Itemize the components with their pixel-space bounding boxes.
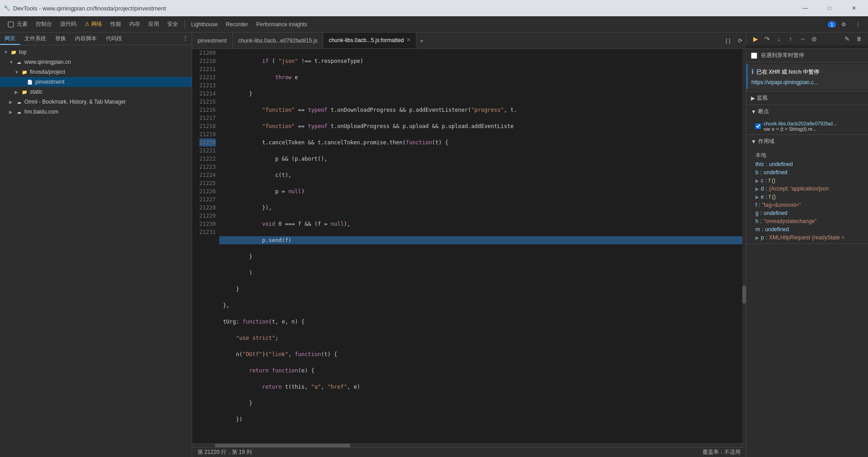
toolbar-application[interactable]: 应用 [145, 19, 163, 30]
toolbar-console[interactable]: 控制台 [32, 19, 56, 30]
tree-label-omni: Omni - Bookmark, History, & Tab Manager [24, 99, 126, 105]
window-title: DevTools - www.qimingpian.cn/finosda/pro… [13, 5, 166, 12]
watch-section-header[interactable]: ▶ 监视 [746, 91, 868, 105]
code-line: } [219, 252, 742, 261]
toolbar-performance[interactable]: 性能 [107, 19, 125, 30]
tree-label-top: top [19, 49, 27, 55]
toolbar-network[interactable]: ⚠ 网络 [81, 19, 105, 30]
tab-overflow-button[interactable]: » [416, 38, 427, 44]
step-out-button[interactable]: ↑ [785, 33, 796, 44]
tree-item-pinvestment[interactable]: 📄 pinvestment [0, 77, 192, 87]
step-button[interactable]: → [797, 33, 808, 44]
tab-label: chunk-libs.0acb...e0792fad815.js [238, 38, 317, 44]
code-editor: 2120921210212112121221213 21214212152121… [192, 49, 746, 457]
code-content[interactable]: 2120921210212112121221213 21214212152121… [192, 49, 746, 443]
tab-contentscripts[interactable]: 内容脚本 [71, 33, 101, 45]
chevron-right-icon: ▶ [9, 109, 14, 114]
toolbar-recorder[interactable]: Recorder [222, 19, 251, 29]
tree-item-baidu[interactable]: ▶ ☁ hm.baidu.com [0, 107, 192, 117]
code-line: }, [219, 301, 742, 309]
toolbar-inspect[interactable]: 元素 [4, 19, 31, 30]
close-icon[interactable]: ✕ [406, 37, 410, 43]
tab-webpage[interactable]: 网页 [0, 33, 20, 45]
code-line: "function" == typeof t.onUploadProgress … [219, 122, 742, 130]
toolbar-sources[interactable]: 源代码 [57, 19, 80, 30]
scope-item-p[interactable]: ▶ p : XMLHttpRequest {readyState = [755, 233, 864, 242]
code-line: if ( "json" !== t.responseType) [219, 57, 742, 65]
breakpoints-section-header[interactable]: ▼ 断点 [746, 105, 868, 118]
toolbar-separator-1 [184, 20, 185, 29]
step-into-button[interactable]: ↓ [774, 33, 784, 44]
maximize-button[interactable]: □ [819, 1, 840, 15]
cloud-icon: ☁ [15, 108, 23, 115]
left-tabs-more[interactable]: ⋮ [179, 33, 192, 45]
toolbar-insights[interactable]: Performance insights [253, 19, 311, 29]
code-line: throw e [219, 73, 742, 81]
tree-item-finosda[interactable]: ▼ 📁 finosda/project [0, 67, 192, 77]
chevron-right-icon: ▶ [14, 90, 20, 95]
resume-button[interactable]: ▶ [750, 33, 761, 44]
tab-action-sync[interactable]: ⟳ [734, 33, 746, 48]
scope-label: 作用域 [758, 138, 774, 145]
pause-on-exception-checkbox[interactable] [751, 52, 757, 59]
breakpoints-label: 断点 [758, 108, 769, 115]
code-line: ) [219, 269, 742, 277]
vertical-scrollbar[interactable] [742, 49, 746, 443]
cloud-icon: ☁ [15, 58, 23, 66]
debug-panel: 在遇到异常时暂停 ℹ 已在 XHR 或 fetch 中暂停 https://vi… [746, 49, 868, 457]
breakpoint-checkbox[interactable] [755, 124, 761, 129]
tab-action-format[interactable]: { } [722, 33, 734, 48]
tab-filesystem[interactable]: 文件系统 [20, 33, 51, 45]
chrome-icon: 🔧 [4, 5, 10, 11]
tab-overrides[interactable]: 替换 [51, 33, 71, 45]
toolbar-lighthouse[interactable]: Lighthouse [188, 19, 222, 29]
tree-item-top[interactable]: ▼ 📁 top [0, 47, 192, 57]
breakpoint-code: var e = (t = String(t).re... [764, 126, 837, 132]
minimize-button[interactable]: — [795, 1, 816, 15]
code-line-highlighted: p.send(f) [219, 236, 742, 244]
local-scope-label: 本地 [755, 150, 864, 160]
pause-on-exception-label: 在遇到异常时暂停 [761, 52, 804, 59]
settings-button[interactable]: ⚙ [838, 19, 850, 29]
deactivate-button[interactable]: ⊘ [809, 33, 820, 44]
devtools-toolbar: 元素 控制台 源代码 ⚠ 网络 性能 内存 应用 安全 Lighthouse R… [0, 16, 868, 33]
scope-item-d[interactable]: ▶ d : {Accept: 'application/json [755, 185, 864, 193]
xhr-section-label: 已在 XHR 或 fetch 中暂停 [756, 68, 819, 76]
xhr-paused-section: ℹ 已在 XHR 或 fetch 中暂停 https://vipapi.qimi… [746, 62, 868, 91]
chevron-right-icon: ▶ [751, 95, 755, 101]
tree-item-static[interactable]: ▶ 📁 static [0, 87, 192, 97]
breakpoint-file: chunk-libs.0acb202a8e0792fad... [764, 121, 837, 126]
scope-item-this: this : undefined [755, 160, 864, 168]
scope-section-header[interactable]: ▼ 作用域 [746, 135, 868, 148]
toolbar-security[interactable]: 安全 [164, 19, 182, 30]
folder-icon: 📁 [10, 48, 17, 56]
scope-section: ▼ 作用域 本地 this : undefined b : u [746, 135, 868, 244]
code-line: tUrg: function(t, e, n) { [219, 318, 742, 326]
tab-snippets[interactable]: 代码段 [101, 33, 127, 45]
scope-item-e[interactable]: ▶ e : f () [755, 193, 864, 201]
tree-item-qimingpian[interactable]: ▼ ☁ www.qimingpian.cn [0, 57, 192, 67]
editor-tab-chunk1[interactable]: chunk-libs.0acb...e0792fad815.js [233, 33, 323, 48]
editor-tab-pinvestment[interactable]: pinvestment [192, 33, 233, 48]
toolbar-memory[interactable]: 内存 [126, 19, 144, 30]
horizontal-scrollbar[interactable] [192, 443, 746, 447]
debug-toolbar: ▶ ↷ ↓ ↑ → ⊘ ✎ ⏸ [746, 33, 868, 45]
record-button[interactable]: ✎ [842, 33, 853, 44]
chevron-right-icon: ▶ [755, 235, 759, 240]
file-icon: 📄 [26, 78, 33, 86]
code-line: }), [219, 204, 742, 212]
toolbar-right: 1 ⚙ ⋮ [828, 19, 864, 29]
tree-item-omni[interactable]: ▶ ☁ Omni - Bookmark, History, & Tab Mana… [0, 97, 192, 107]
code-line: p && (p.abort(), [219, 155, 742, 163]
three-dot-menu[interactable]: ⋮ [852, 19, 864, 29]
chevron-down-icon: ▼ [4, 50, 9, 55]
code-line: } [219, 285, 742, 293]
right-area: pinvestment chunk-libs.0acb...e0792fad81… [192, 33, 868, 457]
editor-tab-chunk-formatted[interactable]: chunk-libs.0acb...5.js:formatted ✕ [323, 33, 416, 48]
xhr-url: https://vipapi.qimingpian.c... [751, 78, 864, 86]
pause-exceptions-button[interactable]: ⏸ [854, 33, 864, 44]
step-over-button[interactable]: ↷ [762, 33, 773, 44]
code-line: t.cancelToken && t.cancelToken.promise.t… [219, 138, 742, 147]
close-button[interactable]: ✕ [844, 1, 864, 15]
scope-item-c[interactable]: ▶ c : f () [755, 176, 864, 185]
